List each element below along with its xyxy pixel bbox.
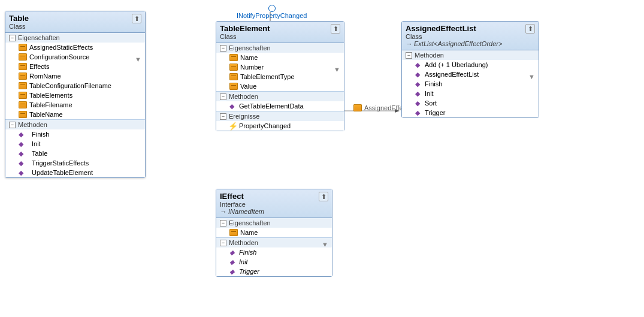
tableelement-collapse-btn[interactable]: ⬆ (331, 24, 340, 34)
assignedeffectlist-methoden-header[interactable]: − Methoden (402, 50, 539, 60)
interface-inotify: INotifyPropertyChanged (237, 5, 307, 19)
list-item[interactable]: Trigger (216, 267, 332, 276)
table-methoden-header[interactable]: − Methoden (5, 120, 145, 129)
list-item[interactable]: Finish (216, 247, 332, 257)
tableelement-subtitle: Class (220, 33, 328, 40)
assignedeffectlist-header-info: AssignedEffectList Class → ExtList<Assig… (406, 24, 523, 47)
ieffect-eigenschaften-label: Eigenschaften (229, 219, 271, 227)
methoden-collapse4[interactable]: − (220, 240, 226, 246)
list-item[interactable]: TableFilename (5, 100, 145, 110)
table-header-info: Table Class (9, 14, 129, 30)
property-icon (19, 82, 27, 89)
ieffect-filter-icon[interactable]: ▼ (322, 241, 328, 248)
item-label: RomName (29, 73, 61, 80)
list-item[interactable]: TableName (5, 110, 145, 119)
list-item[interactable]: Finish (402, 79, 539, 89)
list-item[interactable]: Init (5, 139, 145, 149)
methoden-collapse2[interactable]: − (220, 93, 226, 100)
tableelement-ereignisse-header[interactable]: − Ereignisse (216, 111, 344, 121)
method-icon (415, 61, 422, 68)
ereignisse-collapse[interactable]: − (220, 113, 226, 120)
tableelement-eigenschaften-label: Eigenschaften (229, 44, 271, 52)
table-eigenschaften-label: Eigenschaften (18, 34, 60, 41)
list-item[interactable]: Value (216, 81, 344, 91)
item-label: TableFilename (29, 101, 72, 108)
item-label: Trigger (239, 268, 259, 275)
item-label: Init (425, 90, 434, 97)
method-icon (229, 258, 237, 265)
list-item[interactable]: Sort (402, 98, 539, 108)
table-filter-icon[interactable]: ▼ (135, 56, 141, 63)
item-label: Number (240, 64, 264, 71)
list-item[interactable]: AssignedEffectList (402, 70, 539, 79)
ieffect-subtitle2: → INamedItem (220, 208, 316, 215)
ieffect-subtitle: Interface (220, 201, 316, 208)
ieffect-collapse-btn[interactable]: ⬆ (319, 192, 328, 201)
assignedeffectlist-title: AssignedEffectList (406, 24, 523, 33)
tableelement-methoden-section: − Methoden GetTableElementData (216, 92, 344, 111)
eigenschaften-collapse[interactable]: − (9, 35, 16, 41)
item-label: TableElementType (240, 73, 295, 80)
ieffect-title: IEffect (220, 192, 316, 201)
method-icon (19, 150, 26, 157)
tableelement-header-info: TableElement Class (220, 24, 328, 40)
tableelement-ereignisse-section: − Ereignisse ⚡ PropertyChanged (216, 111, 344, 131)
list-item[interactable]: UpdateTableElement (5, 168, 145, 177)
ieffect-methoden-body: Finish Init Trigger (216, 247, 332, 276)
table-header: Table Class ⬆ (5, 11, 145, 33)
list-item[interactable]: Finish (5, 129, 145, 139)
property-icon (229, 54, 238, 61)
property-icon (19, 44, 27, 51)
ieffect-eigenschaften-header[interactable]: − Eigenschaften (216, 218, 332, 228)
list-item[interactable]: Effects (5, 62, 145, 71)
item-label: AssignedStaticEffects (29, 44, 93, 51)
list-item[interactable]: Number (216, 62, 344, 72)
list-item[interactable]: Table (5, 149, 145, 158)
list-item[interactable]: TriggerStaticEffects (5, 158, 145, 168)
list-item[interactable]: Trigger (402, 108, 539, 117)
item-label: Add (+ 1 Überladung) (425, 61, 488, 68)
list-item[interactable]: Init (402, 89, 539, 98)
assignedeffectlist-collapse-btn[interactable]: ⬆ (525, 24, 535, 34)
list-item[interactable]: GetTableElementData (216, 101, 344, 111)
list-item[interactable]: TableElementType (216, 72, 344, 81)
method-icon (19, 140, 26, 147)
list-item[interactable]: AssignedStaticEffects (5, 43, 145, 52)
tableelement-eigenschaften-header[interactable]: − Eigenschaften (216, 43, 344, 53)
methoden-collapse[interactable]: − (9, 122, 16, 128)
item-label: Init (32, 140, 41, 147)
list-item[interactable]: RomName (5, 71, 145, 81)
ieffect-methoden-label: Methoden (229, 239, 258, 246)
property-icon (19, 111, 27, 118)
tableelement-methoden-header[interactable]: − Methoden (216, 92, 344, 101)
eigenschaften-collapse2[interactable]: − (220, 45, 226, 52)
list-item[interactable]: Name (216, 53, 344, 62)
method-icon (19, 169, 26, 176)
list-item[interactable]: ConfigurationSource (5, 52, 145, 62)
table-title: Table (9, 14, 129, 23)
list-item[interactable]: TableConfigurationFilename (5, 81, 145, 90)
item-label: PropertyChanged (239, 122, 291, 129)
table-methoden-section: − Methoden Finish Init Table TriggerStat… (5, 120, 145, 177)
item-label: Finish (32, 131, 49, 138)
list-item[interactable]: ⚡ PropertyChanged (216, 121, 344, 131)
ieffect-methoden-section: − Methoden Finish Init Trigger (216, 238, 332, 276)
item-label: Finish (425, 80, 442, 87)
ieffect-methoden-header[interactable]: − Methoden (216, 238, 332, 247)
item-label: Sort (425, 99, 437, 107)
property-icon (19, 63, 27, 70)
methoden-collapse3[interactable]: − (406, 52, 412, 59)
list-item[interactable]: Add (+ 1 Überladung) (402, 60, 539, 70)
item-label: Effects (29, 63, 49, 70)
list-item[interactable]: Init (216, 257, 332, 267)
property-icon (19, 53, 27, 61)
table-eigenschaften-header[interactable]: − Eigenschaften (5, 33, 145, 43)
list-item[interactable]: TableElements (5, 90, 145, 100)
eigenschaften-collapse3[interactable]: − (220, 220, 226, 227)
ieffect-header-info: IEffect Interface → INamedItem (220, 192, 316, 215)
tableelement-filter-icon[interactable]: ▼ (334, 66, 340, 73)
table-collapse-btn[interactable]: ⬆ (132, 14, 141, 23)
list-item[interactable]: Name (216, 228, 332, 237)
assignedeffectlist-filter-icon[interactable]: ▼ (528, 73, 535, 80)
property-icon (229, 73, 238, 80)
